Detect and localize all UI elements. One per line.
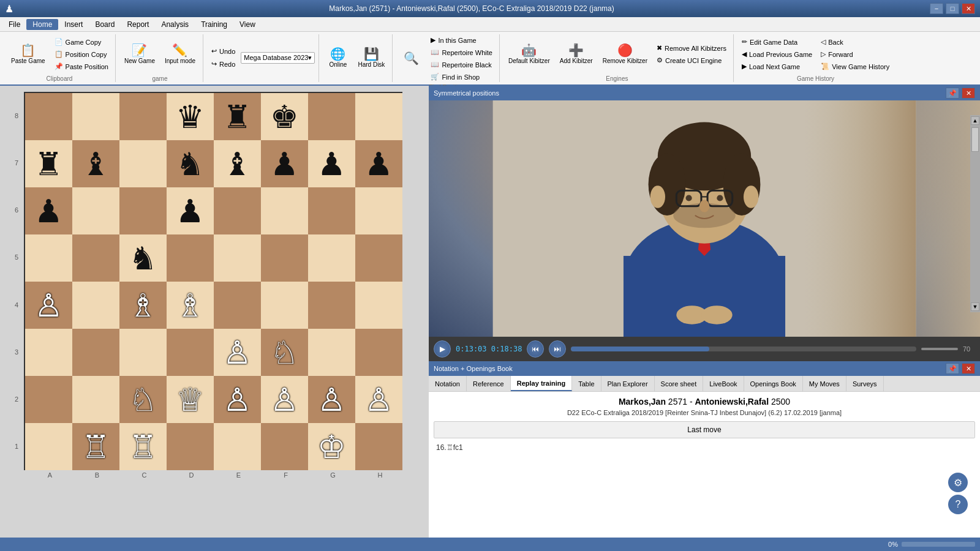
online-button[interactable]: 🌐 Online [324, 45, 352, 70]
minimize-button[interactable]: − [930, 3, 943, 14]
square-f8[interactable]: ♚ [261, 93, 308, 140]
square-d3[interactable] [167, 329, 214, 376]
close-button[interactable]: ✕ [962, 3, 975, 14]
square-e2[interactable]: ♙ [214, 376, 261, 423]
square-h5[interactable] [355, 234, 402, 282]
square-f4[interactable] [261, 282, 308, 329]
menu-board[interactable]: Board [89, 19, 121, 30]
video-pin-button[interactable]: 📌 [946, 88, 959, 99]
video-progress-bar[interactable] [571, 347, 916, 351]
maximize-button[interactable]: □ [946, 3, 959, 14]
rewind-button[interactable]: ⏮ [527, 340, 544, 358]
paste-game-button[interactable]: 📋 Paste Game [7, 42, 49, 67]
video-scrollbar[interactable]: ▲ ▼ [970, 115, 980, 312]
square-e6[interactable] [214, 187, 261, 234]
tab-score-sheet[interactable]: Score sheet [655, 376, 704, 391]
square-c3[interactable] [119, 329, 167, 376]
square-a2[interactable] [25, 376, 72, 423]
square-f5[interactable] [261, 234, 308, 282]
square-h2[interactable]: ♙ [355, 376, 402, 423]
square-d2[interactable]: ♕ [167, 376, 214, 423]
square-e1[interactable] [214, 423, 261, 470]
square-c6[interactable] [119, 187, 167, 234]
square-b2[interactable] [72, 376, 119, 423]
square-a6[interactable]: ♟ [25, 187, 72, 234]
input-mode-button[interactable]: ✏️ Input mode [161, 42, 199, 67]
square-a3[interactable] [25, 329, 72, 376]
square-a4[interactable]: ♙ [25, 282, 72, 329]
back-button[interactable]: ◁ Back [818, 36, 892, 48]
square-e7[interactable]: ♝ [214, 140, 261, 187]
menu-training[interactable]: Training [195, 19, 233, 30]
square-g6[interactable] [308, 187, 355, 234]
square-g5[interactable] [308, 234, 355, 282]
square-f6[interactable] [261, 187, 308, 234]
tab-replay-training[interactable]: Replay training [511, 376, 572, 391]
square-b7[interactable]: ♝ [72, 140, 119, 187]
square-c1[interactable]: ♖ [119, 423, 167, 470]
square-h3[interactable] [355, 329, 402, 376]
square-e8[interactable]: ♜ [214, 93, 261, 140]
new-game-button[interactable]: 📝 New Game [121, 42, 159, 67]
square-b8[interactable] [72, 93, 119, 140]
undo-button[interactable]: ↩ Undo [208, 45, 238, 57]
settings-icon-btn[interactable]: ⚙ [948, 473, 968, 492]
find-shop-button[interactable]: 🛒 Find in Shop [428, 71, 496, 83]
view-game-history-button[interactable]: 📜 View Game History [818, 61, 892, 72]
menu-analysis[interactable]: Analysis [155, 19, 195, 30]
rep-white-button[interactable]: 📖 Repertoire White [428, 47, 496, 58]
create-uci-button[interactable]: ⚙ Create UCI Engine [654, 54, 729, 66]
square-d1[interactable] [167, 423, 214, 470]
square-h8[interactable] [355, 93, 402, 140]
square-c5[interactable]: ♞ [119, 234, 167, 282]
load-prev-game-button[interactable]: ◀ Load Previous Game [739, 48, 815, 60]
remove-kibitzer-button[interactable]: 🔴 Remove Kibitzer [599, 42, 651, 67]
square-f3[interactable]: ♘ [261, 329, 308, 376]
copy-position-button[interactable]: 📋 Position Copy [51, 48, 111, 60]
menu-home[interactable]: Home [26, 19, 58, 30]
square-e4[interactable] [214, 282, 261, 329]
hard-disk-button[interactable]: 💾 Hard Disk [354, 45, 388, 70]
square-c8[interactable] [119, 93, 167, 140]
square-f1[interactable] [261, 423, 308, 470]
tab-table[interactable]: Table [572, 376, 601, 391]
scroll-up-arrow[interactable]: ▲ [971, 116, 979, 125]
paste-position-button[interactable]: 📌 Paste Position [51, 61, 111, 72]
square-g2[interactable]: ♙ [308, 376, 355, 423]
square-h7[interactable]: ♟ [355, 140, 402, 187]
tab-my-moves[interactable]: My Moves [803, 376, 846, 391]
last-move-button[interactable]: Last move [434, 421, 975, 438]
remove-all-kibitzers-button[interactable]: ✖ Remove All Kibitzers [654, 42, 729, 54]
database-dropdown[interactable]: Mega Database 2023 ▾ [241, 52, 315, 64]
load-next-game-button[interactable]: ▶ Load Next Game [739, 61, 815, 72]
tab-notation[interactable]: Notation [429, 376, 467, 391]
square-d5[interactable] [167, 234, 214, 282]
add-kibitzer-button[interactable]: ➕ Add Kibitzer [556, 42, 597, 67]
square-d6[interactable]: ♟ [167, 187, 214, 234]
square-e5[interactable] [214, 234, 261, 282]
square-g8[interactable] [308, 93, 355, 140]
copy-game-button[interactable]: 📄 Game Copy [51, 36, 111, 48]
redo-button[interactable]: ↪ Redo [208, 58, 238, 70]
square-a1[interactable] [25, 423, 72, 470]
square-h1[interactable] [355, 423, 402, 470]
volume-slider[interactable] [921, 348, 958, 350]
square-g4[interactable] [308, 282, 355, 329]
square-f2[interactable]: ♙ [261, 376, 308, 423]
square-a7[interactable]: ♜ [25, 140, 72, 187]
tab-openings-book[interactable]: Openings Book [744, 376, 803, 391]
square-a8[interactable] [25, 93, 72, 140]
rep-black-button[interactable]: 📖 Repertoire Black [428, 59, 496, 70]
scroll-thumb[interactable] [971, 127, 979, 152]
notation-close-button[interactable]: ✕ [962, 363, 975, 374]
square-b5[interactable] [72, 234, 119, 282]
tab-livebook[interactable]: LiveBook [703, 376, 744, 391]
square-g3[interactable] [308, 329, 355, 376]
scroll-down-arrow[interactable]: ▼ [971, 302, 979, 311]
tab-surveys[interactable]: Surveys [846, 376, 884, 391]
square-d7[interactable]: ♞ [167, 140, 214, 187]
square-h6[interactable] [355, 187, 402, 234]
square-c2[interactable]: ♘ [119, 376, 167, 423]
tab-plan-explorer[interactable]: Plan Explorer [601, 376, 655, 391]
square-b1[interactable]: ♖ [72, 423, 119, 470]
